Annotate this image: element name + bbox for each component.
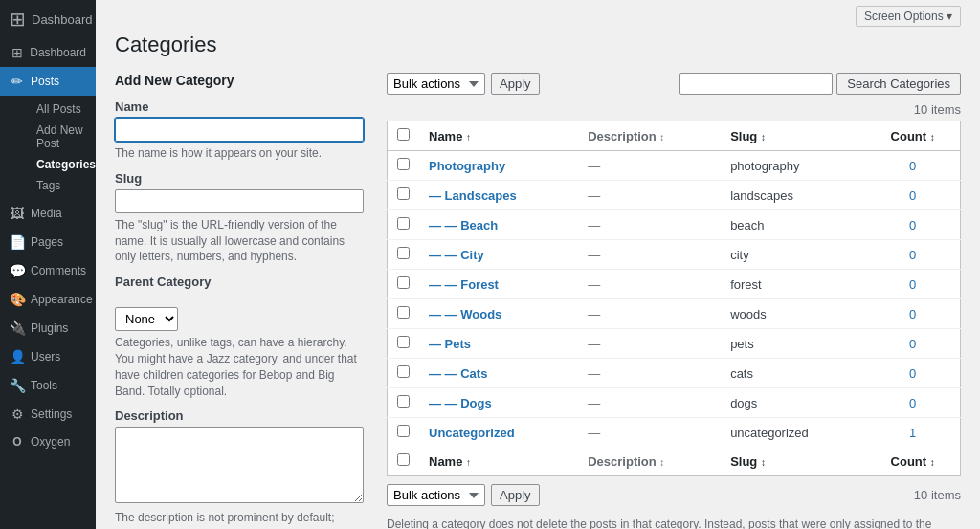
category-desc-6: — (578, 329, 721, 359)
th-description[interactable]: Description ↕ (578, 121, 721, 151)
row-checkbox-7[interactable] (397, 365, 410, 378)
sidebar-item-tools[interactable]: 🔧 Tools (0, 371, 96, 400)
row-checkbox-0[interactable] (397, 158, 410, 170)
apply-button-bottom[interactable]: Apply (491, 484, 540, 506)
users-icon: 👤 (10, 349, 25, 364)
sidebar-posts-label: Posts (31, 75, 59, 88)
category-count-0[interactable]: 0 (909, 159, 916, 173)
row-checkbox-1[interactable] (397, 187, 410, 200)
th-count[interactable]: Count ↕ (865, 121, 960, 151)
sidebar-sub-tags[interactable]: Tags (27, 175, 96, 196)
sidebar-item-plugins[interactable]: 🔌 Plugins (0, 314, 96, 342)
tfoot-checkbox (388, 447, 420, 476)
category-slug-2: beach (721, 210, 865, 240)
bottom-notes: Deleting a category does not delete the … (387, 516, 961, 529)
row-checkbox-3[interactable] (397, 247, 410, 259)
screen-options-button[interactable]: Screen Options ▾ (856, 6, 961, 27)
add-form-heading: Add New Category (115, 73, 364, 88)
search-input[interactable] (679, 73, 833, 95)
th-count-label: Count (891, 129, 927, 143)
sidebar-item-oxygen[interactable]: O Oxygen (0, 429, 96, 455)
tfoot-name-label: Name (429, 454, 462, 469)
select-all-checkbox[interactable] (397, 128, 410, 141)
table-row: — — Dogs—dogs0 (388, 388, 961, 418)
category-name-link-7[interactable]: — — Cats (429, 366, 487, 381)
category-count-8[interactable]: 0 (909, 396, 916, 410)
category-count-4[interactable]: 0 (909, 277, 916, 292)
category-name-link-1[interactable]: — Landscapes (429, 188, 517, 203)
category-slug-9: uncategorized (721, 418, 865, 448)
th-slug[interactable]: Slug ↕ (721, 121, 865, 151)
sidebar-item-pages[interactable]: 📄 Pages (0, 228, 96, 256)
sidebar-item-appearance[interactable]: 🎨 Appearance (0, 285, 96, 314)
sidebar-item-settings[interactable]: ⚙ Settings (0, 400, 96, 429)
item-count-top: 10 items (387, 102, 961, 117)
top-bar: Screen Options ▾ (96, 0, 980, 33)
table-row: Uncategorized—uncategorized1 (388, 418, 961, 448)
category-name-link-4[interactable]: — — Forest (429, 277, 499, 292)
search-categories-button[interactable]: Search Categories (836, 73, 961, 95)
parent-label: Parent Category (115, 275, 364, 289)
sidebar-item-posts[interactable]: ✏ Posts (0, 67, 96, 96)
category-name-link-2[interactable]: — — Beach (429, 218, 498, 232)
row-checkbox-6[interactable] (397, 336, 410, 348)
category-count-6[interactable]: 0 (909, 337, 916, 351)
category-name-link-9[interactable]: Uncategorized (429, 426, 515, 440)
category-name-link-8[interactable]: — — Dogs (429, 396, 492, 410)
category-count-3[interactable]: 0 (909, 248, 916, 262)
sidebar-item-media[interactable]: 🖼 Media (0, 199, 96, 228)
slug-input[interactable] (115, 189, 364, 213)
category-desc-2: — (578, 210, 721, 240)
row-checkbox-2[interactable] (397, 217, 410, 230)
sidebar-sub-add-new[interactable]: Add New Post (27, 120, 96, 154)
slug-field-group: Slug The "slug" is the URL-friendly vers… (115, 171, 364, 265)
sidebar-dashboard-label: Dashboard (30, 46, 86, 59)
sidebar-sub-all-posts[interactable]: All Posts (27, 99, 96, 120)
category-name-link-6[interactable]: — Pets (429, 337, 471, 351)
parent-select[interactable]: None (115, 307, 178, 331)
th-name[interactable]: Name ↑ (419, 121, 578, 151)
category-count-1[interactable]: 0 (909, 188, 916, 203)
sidebar-sub-categories[interactable]: Categories (27, 154, 96, 175)
media-icon: 🖼 (10, 206, 25, 221)
tfoot-name[interactable]: Name ↑ (419, 447, 578, 476)
select-all-checkbox-bottom[interactable] (397, 453, 410, 466)
table-row: — Landscapes—landscapes0 (388, 181, 961, 210)
category-name-link-5[interactable]: — — Woods (429, 307, 501, 321)
table-row: — Pets—pets0 (388, 329, 961, 359)
category-count-5[interactable]: 0 (909, 307, 916, 321)
category-desc-4: — (578, 270, 721, 299)
sidebar-item-users[interactable]: 👤 Users (0, 342, 96, 371)
sidebar-media-label: Media (31, 207, 62, 220)
category-count-2[interactable]: 0 (909, 218, 916, 232)
sidebar-item-dashboard[interactable]: ⊞ Dashboard (0, 38, 96, 67)
category-desc-8: — (578, 388, 721, 418)
category-slug-1: landscapes (721, 181, 865, 210)
bulk-actions-select-bottom[interactable]: Bulk actions (387, 484, 485, 506)
sidebar-plugins-label: Plugins (31, 321, 68, 335)
description-textarea[interactable] (115, 427, 364, 503)
bulk-actions-select[interactable]: Bulk actions (387, 73, 485, 95)
name-input[interactable] (115, 118, 364, 142)
category-count-7[interactable]: 0 (909, 366, 916, 381)
row-checkbox-4[interactable] (397, 276, 410, 289)
comments-icon: 💬 (10, 263, 25, 278)
row-checkbox-9[interactable] (397, 425, 410, 437)
tfoot-description-label: Description (588, 454, 657, 469)
sidebar-logo[interactable]: ⊞ Dashboard (0, 0, 96, 38)
category-slug-0: photography (721, 151, 865, 181)
posts-icon: ✏ (10, 74, 25, 89)
tfoot-count[interactable]: Count ↕ (865, 447, 960, 476)
row-checkbox-5[interactable] (397, 306, 410, 319)
search-area: Search Categories (679, 73, 961, 95)
category-name-link-0[interactable]: Photography (429, 159, 505, 173)
sidebar-item-comments[interactable]: 💬 Comments (0, 256, 96, 285)
sidebar-comments-label: Comments (31, 264, 86, 277)
category-name-link-3[interactable]: — — City (429, 248, 484, 262)
tfoot-description[interactable]: Description ↕ (578, 447, 721, 476)
row-checkbox-8[interactable] (397, 395, 410, 408)
description-hint: The description is not prominent by defa… (115, 510, 364, 529)
category-count-9[interactable]: 1 (909, 426, 916, 440)
tfoot-slug[interactable]: Slug ↕ (721, 447, 865, 476)
apply-button-top[interactable]: Apply (491, 73, 540, 95)
